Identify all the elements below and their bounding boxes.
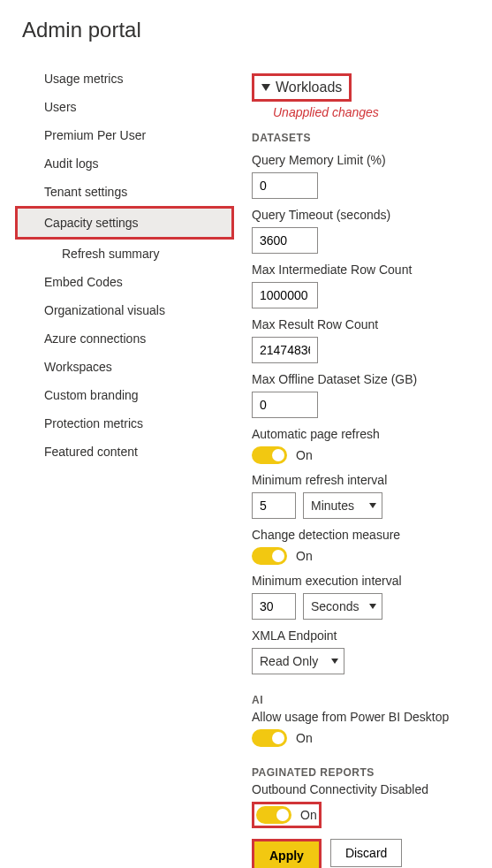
page-title: Admin portal — [22, 18, 492, 42]
max-result-label: Max Result Row Count — [252, 317, 492, 331]
sidebar-item-embed-codes[interactable]: Embed Codes — [18, 268, 234, 296]
highlight-apply: Apply — [252, 839, 322, 868]
sidebar-item-organizational-visuals[interactable]: Organizational visuals — [18, 296, 234, 324]
highlight-outbound-toggle: On — [252, 802, 322, 828]
max-intermediate-label: Max Intermediate Row Count — [252, 263, 492, 277]
max-offline-input[interactable] — [252, 392, 318, 418]
xmla-label: XMLA Endpoint — [252, 628, 492, 643]
allow-desktop-state: On — [296, 731, 313, 745]
unapplied-changes-label: Unapplied changes — [273, 105, 492, 119]
sidebar-item-azure-connections[interactable]: Azure connections — [18, 324, 234, 353]
sidebar-item-tenant-settings[interactable]: Tenant settings — [18, 178, 234, 206]
allow-desktop-toggle[interactable] — [252, 729, 287, 747]
collapse-icon — [261, 84, 270, 91]
min-exec-unit-value: Seconds — [311, 599, 359, 613]
apply-button[interactable]: Apply — [254, 841, 319, 868]
query-timeout-input[interactable] — [252, 227, 318, 254]
change-detection-toggle[interactable] — [252, 547, 287, 565]
sidebar-item-workspaces[interactable]: Workspaces — [18, 353, 234, 381]
sidebar-item-usage-metrics[interactable]: Usage metrics — [18, 65, 234, 93]
workloads-title: Workloads — [276, 80, 342, 95]
auto-refresh-label: Automatic page refresh — [252, 427, 492, 441]
min-refresh-unit-value: Minutes — [311, 499, 354, 513]
outbound-state: On — [300, 808, 317, 822]
auto-refresh-state: On — [296, 448, 313, 462]
xmla-select[interactable]: Read Only — [252, 648, 344, 674]
min-refresh-label: Minimum refresh interval — [252, 473, 492, 487]
sidebar-item-capacity-settings[interactable]: Capacity settings — [18, 209, 231, 237]
max-result-input[interactable] — [252, 337, 318, 363]
sidebar: Usage metrics Users Premium Per User Aud… — [18, 65, 234, 868]
min-exec-unit-select[interactable]: Seconds — [303, 593, 382, 620]
min-refresh-input[interactable] — [252, 492, 296, 519]
datasets-heading: DATASETS — [252, 132, 492, 144]
outbound-toggle[interactable] — [256, 806, 291, 824]
sidebar-item-premium-per-user[interactable]: Premium Per User — [18, 121, 234, 149]
allow-desktop-label: Allow usage from Power BI Desktop — [252, 710, 492, 724]
highlight-workloads: Workloads — [252, 73, 352, 102]
sidebar-item-protection-metrics[interactable]: Protection metrics — [18, 409, 234, 438]
min-refresh-unit-select[interactable]: Minutes — [303, 492, 382, 519]
change-detection-state: On — [296, 549, 313, 563]
auto-refresh-toggle[interactable] — [252, 446, 287, 464]
query-timeout-label: Query Timeout (seconds) — [252, 208, 492, 222]
max-intermediate-input[interactable] — [252, 282, 318, 308]
ai-heading: AI — [252, 694, 492, 706]
query-memory-limit-input[interactable] — [252, 172, 318, 199]
highlight-capacity-settings: Capacity settings — [15, 206, 234, 240]
sidebar-item-featured-content[interactable]: Featured content — [18, 438, 234, 466]
min-exec-label: Minimum execution interval — [252, 574, 492, 588]
sidebar-item-custom-branding[interactable]: Custom branding — [18, 381, 234, 409]
workloads-header[interactable]: Workloads — [254, 76, 349, 99]
outbound-label: Outbound Connectivity Disabled — [252, 782, 492, 796]
query-memory-limit-label: Query Memory Limit (%) — [252, 153, 492, 167]
paginated-heading: PAGINATED REPORTS — [252, 766, 492, 779]
chevron-down-icon — [369, 503, 376, 508]
discard-button[interactable]: Discard — [330, 839, 402, 867]
chevron-down-icon — [331, 659, 338, 664]
xmla-value: Read Only — [260, 654, 318, 668]
change-detection-label: Change detection measure — [252, 528, 492, 542]
sidebar-item-users[interactable]: Users — [18, 93, 234, 121]
chevron-down-icon — [369, 604, 376, 609]
min-exec-input[interactable] — [252, 593, 296, 620]
main-content: Workloads Unapplied changes DATASETS Que… — [252, 65, 492, 868]
sidebar-item-refresh-summary[interactable]: Refresh summary — [18, 240, 234, 268]
max-offline-label: Max Offline Dataset Size (GB) — [252, 372, 492, 386]
sidebar-item-audit-logs[interactable]: Audit logs — [18, 149, 234, 178]
